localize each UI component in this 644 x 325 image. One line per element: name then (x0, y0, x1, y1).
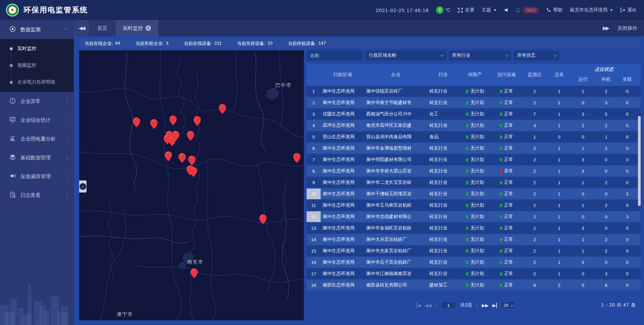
first-page-button[interactable]: ◀ (416, 303, 421, 308)
log-gear-icon (9, 192, 16, 199)
table-row[interactable]: 16 阆中生态环境局 阆中市石子页岩机砖厂 砖瓦行业 无计划 正常 2 1 3 … (307, 257, 641, 268)
status-dot (500, 249, 502, 253)
sidebar-item-company-statistics[interactable]: 企业综合统计 〈 (0, 111, 74, 129)
message-count-badge: 2632 (523, 7, 539, 13)
sidebar-item-base-data[interactable]: 基础数据管理 〈 (0, 148, 74, 167)
map-pin[interactable] (219, 104, 226, 114)
status-dot-green (466, 226, 469, 230)
stat-lost-devices: 当前失联设备:10 (237, 41, 272, 47)
map-pin[interactable] (293, 153, 301, 163)
table-row[interactable]: 14 阆中生态环境局 阆中大兴页岩机砖厂 砖瓦行业 无计划 正常 2 1 1 2… (307, 234, 641, 246)
sidebar-item-company-abnormal[interactable]: 企业异常 〈 (0, 92, 74, 111)
map-pin[interactable] (187, 131, 194, 141)
map-pin[interactable] (169, 115, 177, 125)
col-group-point-status: 点位状态 (571, 64, 637, 73)
col-stop-limit: 停限产 (459, 64, 491, 86)
table-row[interactable]: 4 高坪生态环境局 南充市高坪区王家店建 砖瓦行业 无计划 正常 3 1 2 2… (307, 120, 641, 131)
sidebar-item-data-monitoring[interactable]: 数据监测 ﹀ (0, 20, 74, 39)
stat-online-devices: 当前在线设备:211 (184, 41, 221, 47)
map-pin[interactable] (133, 117, 140, 127)
sidebar-item-log-view[interactable]: 日志查看 〈 (0, 186, 74, 205)
status-dot-green (466, 238, 469, 241)
content-area: 当前在线企业:44 当前失联企业:3 当前在线设备:211 当前失联设备:10 … (74, 36, 644, 325)
table-row[interactable]: 3 仪陇生态环境局 西南油气田分公司川中 化工 无计划 正常 7 1 3 5 0 (307, 109, 641, 120)
table-row[interactable]: 7 阆中生态环境局 阆中明阳建材有限公司 砖瓦行业 无计划 正常 2 1 3 0… (307, 154, 641, 166)
map-city-label: 遂宁市 (117, 311, 133, 318)
map-pin[interactable] (190, 167, 197, 177)
map-canvas[interactable]: ‹ 巴中市南充市遂宁市 (79, 50, 304, 320)
sidebar-item-power-load-detail[interactable]: 企业电力负荷明细 (0, 74, 74, 91)
app-window: 环保用电监管系统 2021-02-25 17:46:18 0 ℃ 全屏 主题 (0, 0, 644, 325)
tab-bar: ◀◀ 首页 实时监控 × ▶▶ 关闭操作 (74, 20, 644, 36)
map-pin[interactable] (150, 119, 158, 129)
org-dropdown[interactable]: 南充市生态环境局 (570, 7, 613, 13)
table-row[interactable]: 10 阆中生态环境局 阆中千佛镇五郎垭页岩 砖瓦行业 无计划 正常 2 1 0 … (307, 188, 641, 200)
status-dot-green (466, 204, 469, 207)
name-filter-field[interactable] (307, 50, 363, 60)
sidebar-item-emission-management[interactable]: 应急减排管理 〈 (0, 167, 74, 186)
chevron-left-icon: 〈 (65, 154, 68, 161)
table-row[interactable]: 17 阆中生态环境局 阆中市江南镇阆南页岩 砖瓦行业 无计划 正常 2 1 0 … (307, 268, 641, 280)
table-row[interactable]: 6 阆中生态环境局 阆中市金博瑞新型墙材 砖瓦行业 无计划 正常 2 1 1 2… (307, 143, 641, 154)
table-row[interactable]: 18 南部生态环境局 南部县砖瓦有限公司 建材加工 无计划 正常 6 2 0 6… (307, 280, 641, 291)
map-pin[interactable] (194, 116, 201, 126)
status-filter-select[interactable]: 所有状态 (514, 50, 559, 60)
sound-button[interactable] (504, 8, 508, 12)
region-filter-select[interactable]: 行政区域名称 (366, 50, 446, 60)
table-row[interactable]: 13 阆中生态环境局 阆中市金福旺页岩机砖 砖瓦行业 无计划 正常 2 1 3 … (307, 223, 641, 234)
sidebar-item-realtime-monitor[interactable]: 实时监控 (0, 40, 74, 57)
status-dot-green (466, 272, 469, 276)
table-row[interactable]: 1 阆中生态环境局 阆中强锐页岩砖厂 砖瓦行业 无计划 正常 2 1 1 2 0 (307, 86, 641, 97)
col-index (307, 64, 321, 86)
page-size-select[interactable]: 20 (501, 301, 515, 309)
next-page-button[interactable]: ▶▶ (482, 303, 488, 308)
megaphone-icon (9, 173, 16, 180)
tab-home[interactable]: 首页 (90, 20, 115, 36)
page-number-input[interactable] (441, 301, 456, 309)
gauge-drop-icon (9, 26, 16, 33)
table-row[interactable]: 15 阆中生态环境局 阆中市光富页岩机砖厂 砖瓦行业 无计划 正常 2 1 1 … (307, 246, 641, 257)
city-skyline-decoration (0, 275, 74, 325)
tabs-scroll-left-button[interactable]: ◀◀ (74, 20, 89, 36)
status-dot-green (466, 215, 469, 219)
map-pin[interactable] (178, 153, 186, 163)
industry-filter-select[interactable]: 所有行业 (449, 50, 511, 60)
sidebar-item-video-monitor[interactable]: 视频监控 (0, 57, 74, 74)
table-row[interactable]: 12 阆中生态环境局 阆中市忠信建材有限公 砖瓦行业 无计划 正常 2 1 0 … (307, 211, 641, 223)
table-row[interactable]: 5 营山生态环境局 营山县润丰肉食品有限 食品 无计划 正常 1 0 0 1 0 (307, 131, 641, 143)
fullscreen-button[interactable]: 全屏 (458, 7, 474, 13)
tab-close-icon[interactable]: × (146, 25, 151, 31)
sidebar-item-power-analysis[interactable]: 企业用电量分析 〈 (0, 129, 74, 148)
table-body: 1 阆中生态环境局 阆中强锐页岩砖厂 砖瓦行业 无计划 正常 2 1 1 2 0… (307, 86, 641, 299)
chevron-down-icon (494, 9, 496, 11)
theme-dropdown[interactable]: 主题 (482, 7, 496, 13)
col-region: 行政区域 (321, 64, 364, 86)
tab-realtime-monitor[interactable]: 实时监控 × (115, 20, 158, 36)
help-button[interactable]: 帮助 (546, 7, 562, 13)
map-collapse-handle[interactable]: ‹ (79, 180, 87, 193)
table-row[interactable]: 9 阆中生态环境局 阆中市二龙长宝页岩砖 砖瓦行业 无计划 正常 2 1 1 2… (307, 177, 641, 188)
bell-icon (516, 8, 521, 13)
map-pin[interactable] (172, 131, 179, 141)
map-pin[interactable] (191, 268, 198, 278)
phone-icon (546, 8, 551, 12)
table-row[interactable]: 2 阆中生态环境局 阆中市南方节能建材有 砖瓦行业 无计划 正常 2 1 0 3… (307, 97, 641, 109)
status-dot (500, 226, 502, 230)
table-row[interactable]: 8 阆中生态环境局 阆中市枣碧大梁山页岩 砖瓦行业 无计划 异常 2 1 3 0… (307, 166, 641, 177)
table-scrollbar-thumb[interactable] (638, 116, 641, 206)
name-search-input[interactable] (310, 53, 360, 58)
status-dot (500, 283, 502, 287)
map-pin[interactable] (165, 151, 172, 161)
temperature-unit: ℃ (445, 7, 450, 13)
logout-button[interactable]: 退出 (620, 7, 637, 13)
close-operations-button[interactable]: 关闭操作 (617, 25, 637, 32)
table-row[interactable]: 11 阆中生态环境局 阆中市五马桥页岩机砖 砖瓦行业 无计划 正常 2 1 1 … (307, 200, 641, 211)
notifications-button[interactable]: 2632 (516, 7, 539, 13)
tabs-scroll-right-button[interactable]: ▶▶ (603, 25, 608, 31)
map-pin[interactable] (259, 214, 267, 224)
map-pin[interactable] (188, 156, 196, 166)
status-dot (500, 124, 502, 127)
last-page-button[interactable]: ▶ (492, 303, 497, 308)
stats-bar: 当前在线企业:44 当前失联企业:3 当前在线设备:211 当前失联设备:10 … (79, 39, 641, 48)
prev-page-button[interactable]: ◀◀ (425, 303, 431, 308)
